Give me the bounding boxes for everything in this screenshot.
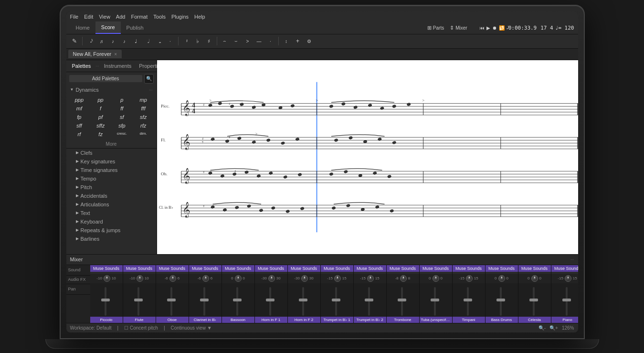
add-palettes-button[interactable]: Add Palettes [69,75,142,82]
note-whole[interactable]: 𝅝 [154,36,164,46]
fader-track-0[interactable] [105,287,106,316]
dyn-dim[interactable]: dim. [133,130,154,138]
dyn-rfz[interactable]: rfz [133,122,154,129]
fader-track-10[interactable] [434,287,436,316]
pan-knob-5[interactable] [268,275,275,282]
ch-sound-4[interactable]: Muse Sounds [222,265,254,272]
fader-thumb-7[interactable] [332,299,340,301]
status-concert-pitch[interactable]: ☐ Concert pitch [124,325,158,331]
fader-thumb-1[interactable] [134,299,143,301]
fader-thumb-9[interactable] [398,299,406,301]
zoom-out-btn[interactable]: 🔍- [538,325,546,331]
fader-track-14[interactable] [566,287,568,316]
pan-knob-3[interactable] [202,275,209,282]
search-button[interactable]: 🔍 [144,74,154,84]
fader-thumb-8[interactable] [365,299,373,301]
rewind-icon[interactable]: ⏮ [480,25,485,31]
palette-articulations[interactable]: ▶ Articulations [66,200,157,209]
fader-thumb-4[interactable] [233,299,242,301]
palette-time-signatures[interactable]: ▶ Time signatures [66,166,157,174]
pan-knob-12[interactable] [498,275,505,282]
score-tab-close[interactable]: × [114,52,117,57]
menu-help[interactable]: Help [194,14,205,20]
palette-repeats[interactable]: ▶ Repeats & jumps [66,226,157,235]
ch-sound-12[interactable]: Muse Sounds [486,265,518,272]
fader-track-13[interactable] [533,287,535,316]
fader-thumb-14[interactable] [562,299,571,301]
play-icon[interactable]: ▶ [486,25,490,31]
dot-btn[interactable]: · [165,36,176,46]
note-32nd[interactable]: ♬ [96,36,107,46]
dyn-ff[interactable]: ff [112,105,132,112]
ch-sound-7[interactable]: Muse Sounds [321,265,353,272]
pan-knob-2[interactable] [169,275,176,282]
flat-btn[interactable]: ♭ [192,36,203,46]
ch-sound-14[interactable]: Muse Sounds [551,265,578,272]
pan-knob-4[interactable] [235,275,242,282]
dyn-sff[interactable]: sff [69,122,90,129]
pan-knob-1[interactable] [137,275,143,282]
dyn-sfp[interactable]: sfp [112,122,132,129]
pan-knob-13[interactable] [531,275,538,282]
fader-thumb-0[interactable] [101,299,110,301]
record-icon[interactable]: ⏺ [492,25,497,31]
pan-knob-14[interactable] [565,275,571,282]
dyn-mf[interactable]: mf [69,105,90,112]
parts-button[interactable]: ⊞ Parts [424,24,447,32]
dyn-sffz[interactable]: sffz [90,122,111,129]
menu-plugins[interactable]: Plugins [171,14,189,20]
loop-icon[interactable]: 🔁 [499,25,505,31]
fader-thumb-10[interactable] [431,299,439,301]
dyn-rf[interactable]: rf [69,130,90,138]
palette-clefs[interactable]: ▶ Clefs [66,149,157,157]
fader-track-2[interactable] [170,287,172,316]
fader-track-9[interactable] [401,287,403,316]
ch-sound-5[interactable]: Muse Sounds [255,265,287,272]
palette-tempo[interactable]: ▶ Tempo [66,174,157,183]
tenuto-btn[interactable]: — [254,36,264,46]
dyn-f[interactable]: f [90,105,111,112]
dyn-fz[interactable]: fz [90,130,111,138]
dyn-mp[interactable]: mp [133,96,154,104]
dyn-sfz[interactable]: sfz [133,113,154,121]
fader-track-1[interactable] [137,287,139,316]
tab-score[interactable]: Score [95,21,121,34]
fader-thumb-2[interactable] [167,299,176,301]
pan-knob-6[interactable] [301,275,308,282]
mixer-options[interactable]: ··· [570,257,574,262]
tie-btn[interactable]: ⌢ [220,36,230,46]
note-8th[interactable]: ♪ [119,36,130,46]
dyn-cresc[interactable]: cresc. [112,130,132,138]
fader-track-12[interactable] [500,287,502,316]
note-input-btn[interactable]: ✎ [69,36,80,46]
fader-track-5[interactable] [269,287,271,316]
note-64th[interactable]: 𝅘𝅥𝅯 [85,36,95,46]
fader-thumb-3[interactable] [200,299,209,301]
rest-btn[interactable]: 𝄽 [181,36,191,46]
status-view[interactable]: Continuous view ▼ [171,325,212,331]
ch-sound-0[interactable]: Muse Sounds [90,265,123,272]
ch-sound-3[interactable]: Muse Sounds [189,265,222,272]
fader-track-3[interactable] [203,287,205,316]
fader-thumb-12[interactable] [496,299,505,301]
pan-knob-11[interactable] [466,275,473,282]
ch-sound-11[interactable]: Muse Sounds [453,265,485,272]
pan-knob-9[interactable] [400,275,407,282]
note-half[interactable]: 𝅗𝅥 [142,36,153,46]
sidebar-tab-instruments[interactable]: Instruments [101,62,134,70]
ch-sound-9[interactable]: Muse Sounds [387,265,419,272]
dyn-fff[interactable]: fff [133,105,154,112]
pan-knob-0[interactable] [104,275,110,282]
fader-track-11[interactable] [467,287,469,316]
dyn-ppp[interactable]: ppp [69,96,90,104]
dynamics-more-dots[interactable]: ··· [149,87,153,92]
pan-knob-7[interactable] [334,275,341,282]
dyn-pp[interactable]: pp [90,96,111,104]
score-canvas[interactable]: Picc. 𝄞 4 4 [157,60,578,254]
ch-sound-2[interactable]: Muse Sounds [156,265,189,272]
palette-pitch[interactable]: ▶ Pitch [66,183,157,192]
mixer-button[interactable]: ⇕ Mixer [447,24,470,32]
add-btn[interactable]: + [293,36,303,46]
fader-track-4[interactable] [236,287,238,316]
menu-file[interactable]: File [70,14,79,20]
